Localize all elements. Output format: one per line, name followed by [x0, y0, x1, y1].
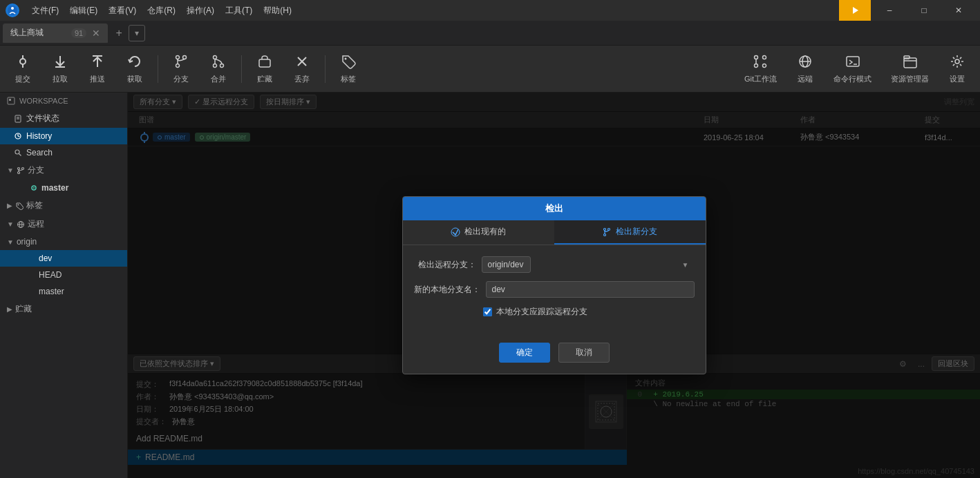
play-button[interactable]: [839, 0, 871, 21]
explorer-icon: [903, 54, 918, 71]
toolbar: 提交 拉取 推送 获取 分支 合并 贮藏: [0, 46, 980, 93]
menu-action[interactable]: 操作(A): [182, 3, 218, 18]
origin-group[interactable]: ▼ origin: [0, 233, 127, 250]
menu-file[interactable]: 文件(F): [28, 3, 63, 18]
sidebar-file-status[interactable]: 文件状态: [0, 109, 127, 128]
commit-button[interactable]: 提交: [6, 50, 40, 88]
discard-label: 丢弃: [294, 74, 310, 84]
remote-label: 远端: [798, 74, 813, 84]
tab-new-branch[interactable]: 检出新分支: [554, 220, 706, 245]
menu-edit[interactable]: 编辑(E): [66, 3, 102, 18]
settings-button[interactable]: 设置: [940, 50, 974, 88]
settings-label: 设置: [950, 74, 965, 84]
tags-label: 标签: [341, 74, 356, 84]
track-checkbox[interactable]: [483, 307, 492, 316]
toolbar-separator-2: [241, 55, 242, 83]
tags-group[interactable]: ▶ 标签: [0, 196, 127, 215]
push-button[interactable]: 推送: [80, 50, 115, 88]
dialog-overlay: 检出 检出现有的 检出新分支 检出远程分支：: [128, 93, 980, 478]
remote-branch-label: 检出远程分支：: [414, 259, 476, 271]
tab-add-button[interactable]: +: [109, 23, 129, 43]
menu-view[interactable]: 查看(V): [104, 3, 140, 18]
tags-button[interactable]: 标签: [331, 50, 366, 88]
confirm-button[interactable]: 确定: [499, 343, 550, 363]
branches-group[interactable]: ▼ 分支: [0, 161, 127, 180]
fetch-label: 获取: [127, 74, 142, 84]
minimize-button[interactable]: –: [874, 0, 905, 21]
sidebar-dev-branch[interactable]: dev: [0, 250, 127, 267]
title-bar-left: 文件(F) 编辑(E) 查看(V) 仓库(R) 操作(A) 工具(T) 帮助(H…: [6, 3, 296, 18]
close-button[interactable]: ✕: [943, 0, 974, 21]
branch-button[interactable]: 分支: [164, 50, 198, 88]
commit-label: 提交: [15, 74, 30, 84]
local-branch-row: 新的本地分支名：: [414, 281, 695, 298]
stash-icon: [257, 54, 272, 71]
menu-bar: 文件(F) 编辑(E) 查看(V) 仓库(R) 操作(A) 工具(T) 帮助(H…: [28, 3, 296, 18]
tab-existing[interactable]: 检出现有的: [403, 220, 554, 245]
remote-button[interactable]: 远端: [788, 50, 822, 88]
svg-line-44: [19, 154, 21, 156]
commit-icon: [15, 54, 30, 71]
menu-repo[interactable]: 仓库(R): [143, 3, 180, 18]
cancel-button[interactable]: 取消: [558, 343, 610, 363]
svg-point-16: [220, 64, 224, 67]
gitflow-label: Git工作流: [744, 74, 777, 84]
sidebar-master-remote[interactable]: master: [0, 283, 127, 300]
explorer-button[interactable]: 资源管理器: [883, 50, 937, 88]
tab-linshangcheng[interactable]: 91 ✕: [3, 23, 108, 43]
settings-icon: [950, 54, 965, 71]
svg-rect-36: [9, 99, 11, 101]
discard-button[interactable]: 丢弃: [285, 50, 319, 88]
stash-group[interactable]: ▶ 贮藏: [0, 300, 127, 318]
branches-label: 分支: [28, 164, 44, 176]
svg-point-3: [20, 59, 26, 64]
remotes-group[interactable]: ▼ 远程: [0, 215, 127, 233]
pull-button[interactable]: 拉取: [43, 50, 77, 88]
local-branch-label: 新的本地分支名：: [414, 284, 480, 296]
tab-dropdown-button[interactable]: ▾: [129, 25, 145, 41]
maximize-button[interactable]: □: [908, 0, 940, 21]
master-branch-label: master: [41, 183, 68, 193]
remote-branch-select[interactable]: origin/dev: [482, 256, 531, 273]
tab-title-input[interactable]: [10, 28, 66, 38]
toolbar-right: Git工作流 远端 命令行模式 资源管理器 设置: [736, 50, 974, 88]
sidebar-master-branch[interactable]: master: [0, 180, 127, 196]
sidebar-head[interactable]: HEAD: [0, 267, 127, 283]
track-checkbox-row: 本地分支应跟踪远程分支: [414, 306, 695, 318]
explorer-label: 资源管理器: [891, 74, 929, 84]
svg-line-42: [18, 136, 20, 137]
svg-point-22: [755, 55, 758, 59]
svg-point-23: [763, 55, 766, 59]
sidebar-search[interactable]: Search: [0, 144, 127, 161]
tags-label: 标签: [26, 200, 43, 211]
stash-button[interactable]: 贮藏: [247, 50, 282, 88]
svg-point-47: [21, 167, 23, 169]
gitflow-button[interactable]: Git工作流: [736, 50, 785, 88]
svg-point-15: [214, 64, 217, 67]
sidebar-history[interactable]: History: [0, 128, 127, 144]
fetch-button[interactable]: 获取: [117, 50, 152, 88]
branch-icon: [173, 54, 189, 71]
local-branch-input[interactable]: [486, 281, 695, 298]
svg-rect-30: [847, 57, 859, 66]
pull-icon: [53, 54, 68, 71]
tab-close-icon[interactable]: ✕: [92, 28, 100, 38]
dialog-footer: 确定 取消: [403, 337, 706, 374]
menu-help[interactable]: 帮助(H): [259, 3, 296, 18]
svg-rect-18: [259, 59, 270, 67]
svg-point-68: [604, 233, 606, 236]
tags-chevron: ▶: [7, 202, 12, 209]
pull-label: 拉取: [53, 74, 68, 84]
origin-label: origin: [17, 237, 37, 247]
svg-point-12: [183, 55, 187, 59]
workspace-header: WORKSPACE: [0, 93, 127, 109]
svg-point-51: [18, 204, 19, 205]
push-icon: [90, 54, 105, 71]
merge-button[interactable]: 合并: [201, 50, 236, 88]
origin-chevron: ▼: [7, 238, 14, 246]
svg-point-21: [345, 57, 347, 59]
dialog-tabs: 检出现有的 检出新分支: [403, 220, 706, 245]
toolbar-separator-1: [158, 55, 158, 83]
menu-tools[interactable]: 工具(T): [221, 3, 256, 18]
terminal-button[interactable]: 命令行模式: [825, 50, 880, 88]
